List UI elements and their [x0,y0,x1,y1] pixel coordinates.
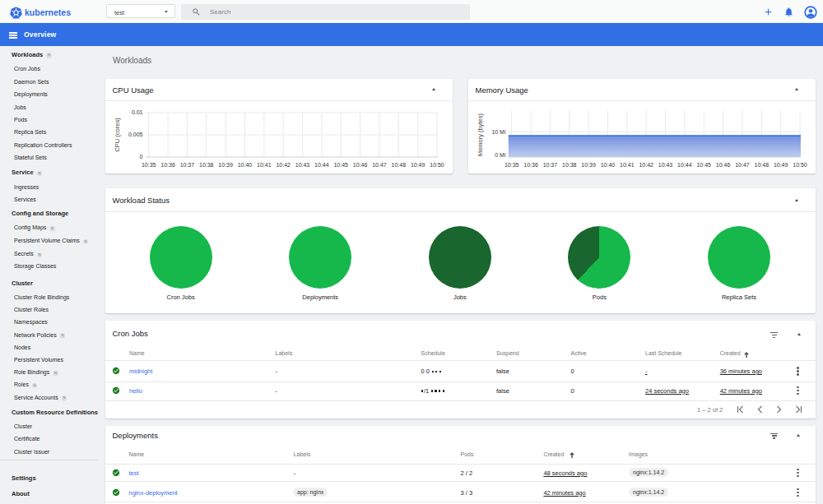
svg-text:10:42: 10:42 [639,162,653,168]
svg-text:10:50: 10:50 [430,162,444,168]
svg-text:10:45: 10:45 [333,162,348,168]
svg-text:CPU (cores): CPU (cores) [114,118,121,152]
svg-text:10:48: 10:48 [392,162,407,168]
svg-text:10:39: 10:39 [581,162,596,168]
svg-text:10:48: 10:48 [755,162,770,168]
svg-text:10:47: 10:47 [735,162,750,168]
svg-text:10:36: 10:36 [523,162,538,168]
svg-text:10:37: 10:37 [543,162,558,168]
svg-text:10:35: 10:35 [142,162,156,168]
svg-text:10:44: 10:44 [314,162,329,168]
svg-text:10:49: 10:49 [774,162,788,168]
svg-text:Memory (bytes): Memory (bytes) [477,113,484,156]
svg-text:10:50: 10:50 [793,162,807,168]
svg-text:10:38: 10:38 [199,162,214,168]
svg-text:10:43: 10:43 [295,162,310,168]
svg-text:10:35: 10:35 [504,162,519,168]
svg-text:10:42: 10:42 [276,162,291,168]
svg-text:0: 0 [140,154,143,160]
svg-text:10:45: 10:45 [696,162,711,168]
svg-text:10:40: 10:40 [601,162,616,168]
svg-text:10:49: 10:49 [411,162,425,168]
svg-text:0.01: 0.01 [132,109,143,115]
svg-text:10:46: 10:46 [716,162,731,168]
svg-text:10:44: 10:44 [677,162,692,168]
svg-text:10:47: 10:47 [372,162,387,168]
svg-text:0 Mi: 0 Mi [495,152,506,158]
svg-text:10:37: 10:37 [180,162,195,168]
svg-text:10:38: 10:38 [562,162,577,168]
svg-text:10:43: 10:43 [658,162,673,168]
svg-text:10:41: 10:41 [257,162,272,168]
svg-text:10:40: 10:40 [238,162,253,168]
svg-text:10:36: 10:36 [160,162,175,168]
svg-text:10:39: 10:39 [218,162,233,168]
svg-text:10:46: 10:46 [353,162,368,168]
svg-text:0.005: 0.005 [128,132,143,137]
svg-text:10:41: 10:41 [620,162,635,168]
svg-text:10 Mi: 10 Mi [491,129,506,135]
